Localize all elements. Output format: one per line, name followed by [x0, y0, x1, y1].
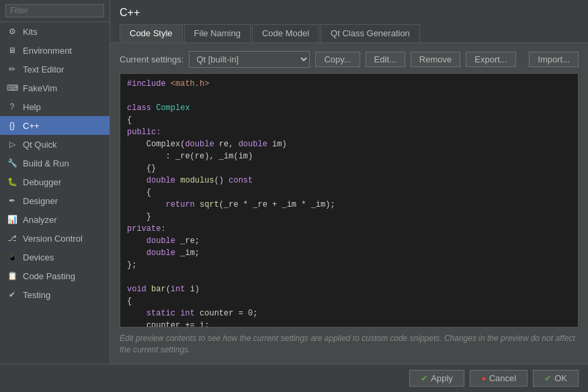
import-button[interactable]: Import... [529, 52, 579, 67]
content-header: C++ Code Style File Naming Code Model Qt… [110, 0, 588, 43]
code-pasting-icon: 📋 [7, 271, 17, 281]
devices-icon: 📱 [7, 252, 17, 262]
qt-quick-icon: ▷ [7, 139, 17, 150]
testing-icon: ✔ [7, 289, 17, 300]
ok-button[interactable]: ✔ OK [533, 370, 579, 387]
sidebar-item-devices[interactable]: 📱 Devices [0, 248, 110, 266]
designer-icon: ✒ [7, 195, 17, 206]
content-body: Current settings: Qt [built-in] Copy... … [110, 43, 588, 364]
edit-button[interactable]: Edit... [366, 52, 405, 67]
tab-code-style[interactable]: Code Style [120, 24, 183, 42]
ok-check-icon: ✔ [544, 373, 552, 383]
sidebar-item-label: Build & Run [23, 158, 69, 168]
preview-note: Edit preview contents to see how the cur… [120, 333, 579, 356]
filter-bar [0, 0, 110, 22]
kits-icon: ⚙ [7, 26, 17, 37]
bottom-bar: ✔ Apply ● Cancel ✔ OK [0, 364, 588, 392]
current-settings-label: Current settings: [120, 54, 183, 64]
filter-input[interactable] [5, 4, 104, 17]
code-preview[interactable]: #include <math.h> class Complex { public… [120, 73, 579, 328]
sidebar-item-text-editor[interactable]: ✏ Text Editor [0, 60, 110, 79]
build-run-icon: 🔧 [7, 158, 17, 168]
sidebar-item-qt-quick[interactable]: ▷ Qt Quick [0, 135, 110, 154]
ok-label: OK [554, 373, 567, 383]
tab-qt-class-generation[interactable]: Qt Class Generation [321, 24, 420, 42]
text-editor-icon: ✏ [7, 64, 17, 75]
sidebar-item-label: Help [23, 102, 41, 112]
export-button[interactable]: Export... [466, 52, 515, 67]
sidebar-item-label: Devices [23, 252, 54, 262]
fakevim-icon: ⌨ [7, 83, 17, 93]
tab-code-model[interactable]: Code Model [252, 24, 319, 42]
cpp-icon: {} [7, 120, 17, 131]
sidebar-item-label: Code Pasting [23, 271, 75, 281]
sidebar-item-label: C++ [23, 121, 40, 131]
sidebar-item-debugger[interactable]: 🐛 Debugger [0, 173, 110, 191]
cancel-dot-icon: ● [481, 373, 487, 383]
sidebar-item-analyzer[interactable]: 📊 Analyzer [0, 210, 110, 229]
debugger-icon: 🐛 [7, 177, 17, 187]
sidebar-item-label: Debugger [23, 177, 61, 187]
sidebar-item-designer[interactable]: ✒ Designer [0, 191, 110, 210]
environment-icon: 🖥 [7, 45, 17, 56]
sidebar-item-label: Qt Quick [23, 140, 57, 150]
sidebar-item-fakevim[interactable]: ⌨ FakeVim [0, 79, 110, 97]
settings-select[interactable]: Qt [built-in] [189, 51, 310, 68]
version-control-icon: ⎇ [7, 233, 17, 244]
settings-row: Current settings: Qt [built-in] Copy... … [120, 51, 579, 68]
sidebar-item-label: Testing [23, 290, 50, 300]
apply-label: Apply [431, 373, 453, 383]
apply-check-icon: ✔ [421, 373, 428, 383]
sidebar-item-version-control[interactable]: ⎇ Version Control [0, 229, 110, 248]
apply-button[interactable]: ✔ Apply [409, 370, 464, 387]
tab-bar: Code Style File Naming Code Model Qt Cla… [120, 24, 579, 42]
analyzer-icon: 📊 [7, 214, 17, 225]
sidebar-item-label: Version Control [23, 234, 83, 244]
remove-button[interactable]: Remove [411, 52, 460, 67]
sidebar-item-kits[interactable]: ⚙ Kits [0, 22, 110, 41]
sidebar-item-label: Analyzer [23, 215, 57, 225]
sidebar-item-label: Designer [23, 196, 58, 206]
sidebar-item-cpp[interactable]: {} C++ [0, 116, 110, 135]
sidebar-item-environment[interactable]: 🖥 Environment [0, 41, 110, 60]
sidebar-item-build-run[interactable]: 🔧 Build & Run [0, 154, 110, 173]
sidebar-item-label: Kits [23, 27, 38, 37]
help-icon: ? [7, 101, 17, 112]
sidebar-item-help[interactable]: ? Help [0, 97, 110, 116]
page-title: C++ [120, 7, 579, 19]
sidebar-item-label: Text Editor [23, 64, 64, 75]
tab-file-naming[interactable]: File Naming [184, 24, 251, 42]
content-area: C++ Code Style File Naming Code Model Qt… [110, 0, 588, 364]
sidebar-item-code-pasting[interactable]: 📋 Code Pasting [0, 266, 110, 285]
sidebar-item-testing[interactable]: ✔ Testing [0, 285, 110, 304]
copy-button[interactable]: Copy... [315, 52, 360, 67]
sidebar: ⚙ Kits 🖥 Environment ✏ Text Editor ⌨ Fak… [0, 0, 110, 364]
cancel-button[interactable]: ● Cancel [470, 370, 528, 387]
sidebar-item-label: FakeVim [23, 83, 57, 93]
sidebar-item-label: Environment [23, 46, 72, 56]
cancel-label: Cancel [489, 373, 516, 383]
